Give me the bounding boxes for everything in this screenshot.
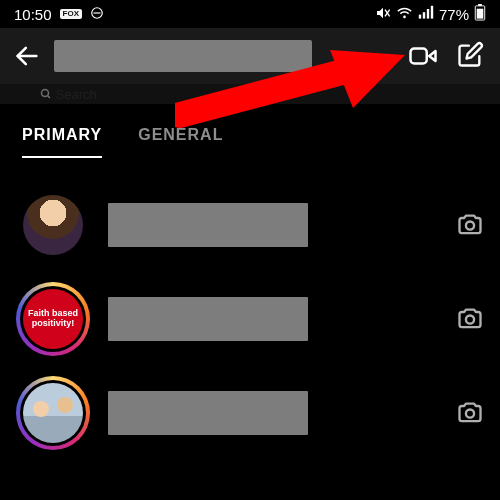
back-button[interactable] — [10, 42, 44, 70]
tab-primary[interactable]: PRIMARY — [22, 126, 102, 158]
avatar[interactable]: Faith based positivity! — [16, 282, 90, 356]
signal-icon — [418, 5, 434, 24]
dm-tabs: PRIMARY GENERAL — [0, 104, 500, 158]
svg-rect-5 — [423, 12, 425, 18]
avatar[interactable] — [16, 376, 90, 450]
svg-marker-13 — [429, 51, 435, 61]
svg-point-16 — [466, 222, 474, 230]
svg-point-14 — [42, 90, 49, 97]
search-bar[interactable]: Search — [0, 84, 500, 104]
chat-row[interactable] — [0, 366, 500, 450]
svg-line-15 — [48, 96, 51, 99]
mute-icon — [375, 5, 391, 24]
chat-name-redacted — [108, 297, 308, 341]
wifi-icon — [396, 4, 413, 24]
camera-icon[interactable] — [456, 211, 484, 239]
status-time: 10:50 — [14, 6, 52, 23]
chat-row[interactable]: Faith based positivity! — [0, 272, 500, 366]
dm-header — [0, 28, 500, 84]
battery-icon — [474, 4, 486, 24]
camera-icon[interactable] — [456, 305, 484, 333]
svg-point-18 — [466, 410, 474, 418]
chat-name-redacted — [108, 203, 308, 247]
search-placeholder: Search — [56, 87, 97, 102]
video-call-button[interactable] — [408, 41, 438, 71]
svg-rect-4 — [419, 14, 421, 18]
svg-point-17 — [466, 316, 474, 324]
chat-name-redacted — [108, 391, 308, 435]
search-icon — [40, 88, 52, 100]
status-app-badge: FOX — [60, 9, 82, 19]
tab-general[interactable]: GENERAL — [138, 126, 223, 158]
battery-percent: 77% — [439, 6, 469, 23]
dnd-icon — [90, 6, 104, 23]
status-bar: 10:50 FOX 77% — [0, 0, 500, 28]
camera-icon[interactable] — [456, 399, 484, 427]
svg-rect-7 — [431, 5, 433, 18]
chat-row[interactable] — [0, 178, 500, 272]
chat-list: Faith based positivity! — [0, 158, 500, 450]
svg-rect-12 — [411, 49, 427, 64]
svg-rect-9 — [478, 4, 482, 6]
account-name-redacted[interactable] — [54, 40, 312, 72]
svg-rect-10 — [477, 9, 484, 19]
avatar[interactable] — [16, 188, 90, 262]
compose-button[interactable] — [456, 41, 484, 71]
avatar-text: Faith based positivity! — [23, 289, 83, 349]
svg-rect-6 — [427, 9, 429, 19]
